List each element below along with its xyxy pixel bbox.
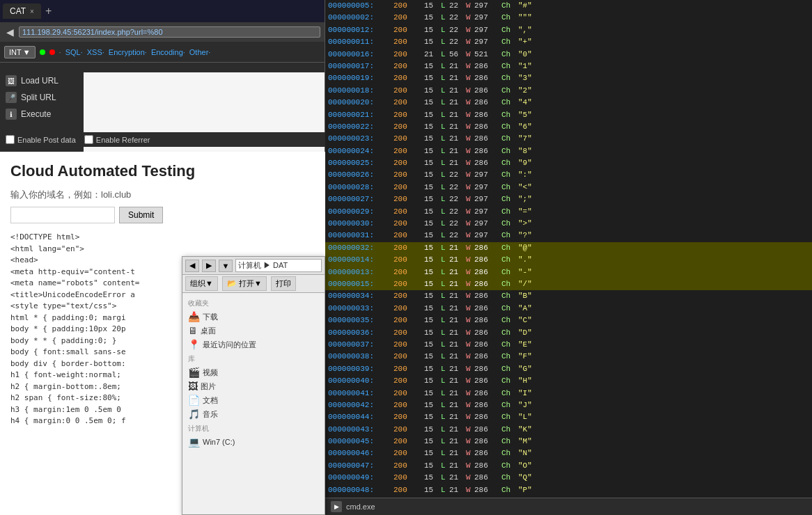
- split-url-label: Split URL: [21, 93, 56, 102]
- table-row[interactable]: 000000038: 200 15 L 21 W 286 Ch "F": [325, 351, 812, 363]
- fm-library-item[interactable]: 📄文档: [185, 393, 322, 407]
- table-row[interactable]: 000000020: 200 15 L 21 W 286 Ch "4": [325, 97, 812, 109]
- table-row[interactable]: 000000022: 200 15 L 21 W 286 Ch "6": [325, 121, 812, 133]
- cmd-bar: ▶ cmd.exe: [325, 498, 812, 515]
- table-row[interactable]: 000000012: 200 15 L 22 W 297 Ch ",": [325, 24, 812, 36]
- table-row[interactable]: 000000041: 200 15 L 21 W 286 Ch "I": [325, 388, 812, 399]
- browser-window: CAT × + ◀ INT ▼ · SQL· XSS· Encryption· …: [0, 0, 325, 515]
- fm-library-item[interactable]: 🎵音乐: [185, 407, 322, 421]
- referrer-checkbox[interactable]: [84, 135, 93, 144]
- table-row[interactable]: 000000037: 200 15 L 21 W 286 Ch "E": [325, 339, 812, 351]
- int-dropdown[interactable]: INT ▼: [4, 46, 36, 58]
- other-menu-btn[interactable]: Other·: [189, 48, 211, 56]
- xss-menu-btn[interactable]: XSS·: [87, 48, 104, 56]
- fm-toolbar: ◀ ▶ ▼ 计算机 ▶ DAT: [182, 257, 325, 275]
- table-row[interactable]: 000000032: 200 15 L 21 W 286 Ch "@": [325, 242, 812, 254]
- file-manager: ◀ ▶ ▼ 计算机 ▶ DAT 组织▼ 📂 打开▼ 打印 收藏夹 📥下载🖥桌面📍…: [182, 256, 325, 515]
- table-row[interactable]: 000000005: 200 15 L 22 W 297 Ch "#": [325, 0, 812, 12]
- address-input[interactable]: [19, 26, 320, 38]
- fm-back-btn[interactable]: ◀: [185, 260, 199, 272]
- table-row[interactable]: 000000047: 200 15 L 21 W 286 Ch "O": [325, 460, 812, 472]
- data-table: 000000005: 200 15 L 22 W 297 Ch "#" 0000…: [325, 0, 812, 496]
- table-row[interactable]: 000000019: 200 15 L 21 W 286 Ch "3": [325, 72, 812, 84]
- table-row[interactable]: 000000029: 200 15 L 22 W 297 Ch "=": [325, 206, 812, 218]
- table-row[interactable]: 000000039: 200 15 L 21 W 286 Ch "G": [325, 363, 812, 375]
- fm-print-btn[interactable]: 打印: [271, 276, 296, 291]
- table-row[interactable]: 000000028: 200 15 L 22 W 297 Ch "<": [325, 182, 812, 193]
- table-row[interactable]: 000000002: 200 15 L 22 W 297 Ch """: [325, 12, 812, 24]
- table-row[interactable]: 000000033: 200 15 L 21 W 286 Ch "A": [325, 303, 812, 315]
- table-row[interactable]: 000000016: 200 21 L 56 W 521 Ch "0": [325, 49, 812, 61]
- fm-fwd-btn[interactable]: ▶: [202, 260, 216, 272]
- table-row[interactable]: 000000036: 200 15 L 21 W 286 Ch "D": [325, 327, 812, 339]
- sql-menu-btn[interactable]: SQL·: [65, 48, 83, 56]
- fm-computer-item[interactable]: 💻Win7 (C:): [185, 435, 322, 449]
- table-row[interactable]: 000000034: 200 15 L 21 W 286 Ch "B": [325, 290, 812, 302]
- fm-computer: 💻Win7 (C:): [185, 435, 322, 449]
- table-row[interactable]: 000000025: 200 15 L 21 W 286 Ch "9": [325, 157, 812, 169]
- fm-favorites: 📥下载🖥桌面📍最近访问的位置: [185, 310, 322, 351]
- fm-organize-btn[interactable]: 组织▼: [185, 276, 218, 291]
- split-url-btn[interactable]: 🎤 Split URL: [0, 89, 84, 106]
- separator-1: ·: [59, 48, 61, 56]
- table-row[interactable]: 000000030: 200 15 L 22 W 297 Ch ">": [325, 218, 812, 230]
- table-row[interactable]: 000000049: 200 15 L 21 W 286 Ch "Q": [325, 472, 812, 484]
- post-data-checkbox-label[interactable]: Enable Post data: [6, 135, 76, 144]
- fm-library-item[interactable]: 🖼图片: [185, 379, 322, 393]
- table-row[interactable]: 000000018: 200 15 L 21 W 286 Ch "2": [325, 85, 812, 97]
- code-line: <!DOCTYPE html>: [10, 232, 315, 244]
- table-row[interactable]: 000000021: 200 15 L 21 W 286 Ch "5": [325, 109, 812, 121]
- fm-favorite-item[interactable]: 📍最近访问的位置: [185, 338, 322, 351]
- table-row[interactable]: 000000048: 200 15 L 21 W 286 Ch "P": [325, 484, 812, 496]
- table-row[interactable]: 000000044: 200 15 L 21 W 286 Ch "L": [325, 411, 812, 423]
- load-url-icon: 🖼: [6, 75, 17, 86]
- table-row[interactable]: 000000045: 200 15 L 21 W 286 Ch "M": [325, 436, 812, 447]
- browser-tab-active[interactable]: CAT ×: [3, 3, 41, 19]
- table-row[interactable]: 000000015: 200 15 L 21 W 286 Ch "/": [325, 278, 812, 290]
- fm-open-btn[interactable]: 📂 打开▼: [222, 276, 267, 291]
- table-row[interactable]: 000000024: 200 15 L 21 W 286 Ch "8": [325, 145, 812, 157]
- table-row[interactable]: 000000042: 200 15 L 21 W 286 Ch "J": [325, 399, 812, 411]
- table-row[interactable]: 000000046: 200 15 L 21 W 286 Ch "N": [325, 447, 812, 459]
- table-row[interactable]: 000000017: 200 15 L 21 W 286 Ch "1": [325, 61, 812, 72]
- table-row[interactable]: 000000026: 200 15 L 22 W 297 Ch ":": [325, 169, 812, 181]
- encoding-menu-btn[interactable]: Encoding·: [151, 48, 185, 56]
- table-row[interactable]: 000000040: 200 15 L 21 W 286 Ch "H": [325, 375, 812, 387]
- table-row[interactable]: 000000035: 200 15 L 21 W 286 Ch "C": [325, 315, 812, 326]
- table-row[interactable]: 000000027: 200 15 L 22 W 297 Ch ";": [325, 193, 812, 205]
- int-label: INT: [9, 48, 22, 56]
- table-row[interactable]: 000000043: 200 15 L 21 W 286 Ch "K": [325, 424, 812, 436]
- fm-favorite-item[interactable]: 🖥桌面: [185, 324, 322, 338]
- post-data-label: Enable Post data: [17, 136, 76, 144]
- post-data-checkbox[interactable]: [6, 135, 15, 144]
- fm-library: 🎬视频🖼图片📄文档🎵音乐: [185, 365, 322, 421]
- fm-actions: 组织▼ 📂 打开▼ 打印: [182, 275, 325, 293]
- split-url-icon: 🎤: [6, 92, 17, 103]
- table-row[interactable]: 000000011: 200 15 L 22 W 297 Ch "+": [325, 36, 812, 48]
- dropdown-arrow: ▼: [23, 48, 31, 56]
- fm-favorite-item[interactable]: 📥下载: [185, 310, 322, 324]
- table-row[interactable]: 000000014: 200 15 L 21 W 286 Ch ".": [325, 254, 812, 266]
- web-form: Submit: [10, 207, 315, 223]
- load-url-btn[interactable]: 🖼 Load URL: [0, 72, 84, 89]
- tab-close-btn[interactable]: ×: [30, 8, 34, 15]
- execute-btn[interactable]: ℹ Execute: [0, 106, 84, 122]
- fm-down-btn[interactable]: ▼: [219, 260, 233, 272]
- table-row[interactable]: 000000031: 200 15 L 22 W 297 Ch "?": [325, 230, 812, 241]
- web-subtitle: 输入你的域名，例如：loli.club: [10, 189, 315, 201]
- web-domain-input[interactable]: [10, 207, 115, 223]
- new-tab-btn[interactable]: +: [41, 5, 56, 17]
- fm-body: 收藏夹 📥下载🖥桌面📍最近访问的位置 库 🎬视频🖼图片📄文档🎵音乐 计算机 💻W…: [182, 293, 325, 488]
- right-panel: 000000005: 200 15 L 22 W 297 Ch "#" 0000…: [325, 0, 812, 515]
- table-row[interactable]: 000000023: 200 15 L 21 W 286 Ch "7": [325, 133, 812, 145]
- computer-label: 计算机: [185, 422, 322, 435]
- table-row[interactable]: 000000013: 200 15 L 21 W 286 Ch "-": [325, 267, 812, 278]
- fm-library-item[interactable]: 🎬视频: [185, 365, 322, 379]
- fm-address[interactable]: 计算机 ▶ DAT: [235, 259, 322, 272]
- nav-back-btn[interactable]: ◀: [4, 26, 16, 38]
- referrer-label: Enable Referrer: [96, 136, 150, 144]
- web-submit-btn[interactable]: Submit: [119, 207, 163, 223]
- referrer-checkbox-label[interactable]: Enable Referrer: [84, 135, 150, 144]
- encryption-menu-btn[interactable]: Encryption·: [109, 48, 147, 56]
- fm-sidebar: 收藏夹 📥下载🖥桌面📍最近访问的位置 库 🎬视频🖼图片📄文档🎵音乐 计算机 💻W…: [182, 293, 325, 488]
